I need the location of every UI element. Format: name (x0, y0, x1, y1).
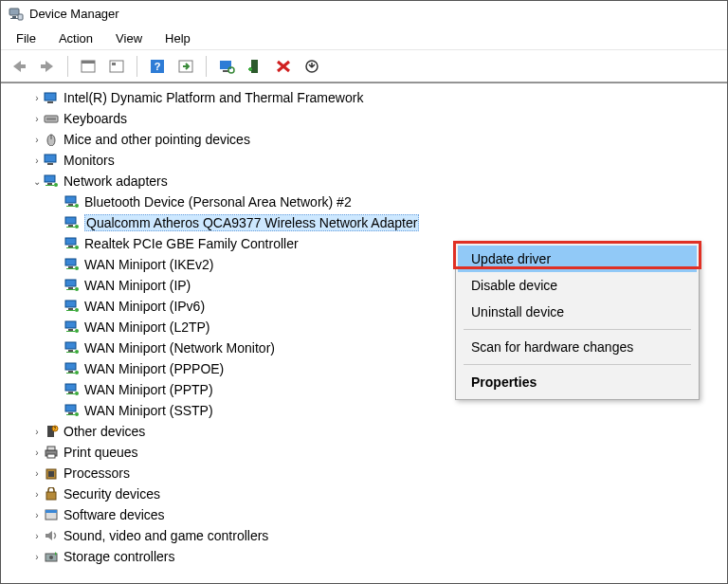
svg-rect-63 (68, 371, 73, 373)
tree-node[interactable]: ›Sound, video and game controllers (1, 525, 727, 546)
tree-node[interactable]: ›?Other devices (1, 421, 727, 442)
tree-node-label: Monitors (64, 153, 115, 168)
svg-rect-32 (66, 206, 75, 207)
back-button[interactable] (7, 54, 31, 79)
tree-node[interactable]: ›Security devices (1, 484, 727, 504)
context-menu-separator (464, 364, 691, 365)
tree-node[interactable]: ›Intel(R) Dynamic Platform and Thermal F… (1, 87, 727, 108)
tree-node[interactable]: ›Storage controllers (1, 546, 727, 567)
cpu-icon (43, 465, 60, 481)
svg-point-57 (75, 329, 79, 333)
svg-rect-40 (66, 247, 75, 248)
svg-point-61 (75, 350, 79, 354)
svg-rect-7 (82, 61, 95, 64)
svg-rect-26 (45, 175, 55, 182)
tree-node[interactable]: ⌄Network adapters (1, 171, 727, 192)
svg-point-49 (75, 287, 79, 291)
tree-node[interactable]: ›Mice and other pointing devices (1, 129, 727, 150)
expand-icon[interactable]: › (31, 510, 43, 520)
tree-node[interactable]: ›Software devices (1, 504, 727, 525)
svg-rect-28 (46, 185, 54, 186)
tree-node[interactable]: Bluetooth Device (Personal Area Network)… (1, 192, 727, 212)
svg-point-37 (75, 225, 79, 228)
tree-node[interactable]: ›Keyboards (1, 108, 727, 129)
menu-view[interactable]: View (104, 29, 154, 47)
svg-rect-48 (66, 289, 75, 290)
svg-rect-79 (47, 454, 55, 458)
svg-rect-70 (65, 405, 76, 411)
forward-button[interactable] (35, 54, 60, 79)
svg-rect-55 (68, 329, 73, 331)
svg-rect-39 (68, 246, 73, 247)
properties-button[interactable] (104, 54, 129, 79)
context-menu-item[interactable]: Properties (458, 369, 697, 395)
svg-point-69 (75, 392, 79, 395)
expand-icon[interactable]: › (31, 552, 43, 562)
tree-node-label: WAN Miniport (Network Monitor) (84, 340, 275, 356)
network-icon (64, 236, 81, 251)
expand-icon[interactable]: › (31, 155, 43, 166)
add-legacy-button[interactable] (243, 54, 267, 79)
other-icon: ? (43, 424, 60, 439)
expand-icon[interactable]: › (31, 427, 43, 437)
show-hidden-button[interactable] (76, 54, 100, 79)
network-icon (64, 215, 81, 230)
help-button[interactable]: ? (145, 54, 170, 79)
svg-text:?: ? (54, 426, 57, 431)
tree-node[interactable]: ›Monitors (1, 150, 727, 171)
menu-file[interactable]: File (5, 29, 47, 47)
tree-node[interactable]: ›Print queues (1, 442, 727, 463)
network-icon (64, 403, 81, 418)
security-icon (43, 486, 60, 502)
scan-hardware-button[interactable] (214, 54, 239, 79)
svg-rect-9 (112, 63, 116, 65)
svg-point-33 (75, 204, 79, 208)
tree-node-label: Qualcomm Atheros QCA9377 Wireless Networ… (84, 214, 419, 231)
tree-node-label: Keyboards (64, 111, 127, 126)
expand-icon[interactable]: › (31, 114, 43, 124)
svg-rect-82 (46, 492, 56, 500)
update-driver-button[interactable] (300, 54, 324, 79)
device-manager-icon (9, 7, 24, 22)
collapse-icon[interactable]: ⌄ (31, 176, 43, 187)
svg-point-41 (75, 246, 79, 249)
svg-rect-66 (65, 384, 76, 391)
uninstall-button[interactable] (271, 54, 296, 79)
tree-node-label: Mice and other pointing devices (64, 132, 250, 147)
tree-node[interactable]: ›Processors (1, 463, 727, 484)
expand-icon[interactable]: › (31, 93, 43, 103)
network-icon (64, 257, 81, 272)
expand-icon[interactable]: › (31, 468, 43, 479)
tree-node-label: Sound, video and game controllers (64, 528, 268, 543)
svg-point-53 (75, 308, 79, 312)
context-menu-separator (464, 329, 691, 330)
context-menu-item[interactable]: Scan for hardware changes (458, 334, 697, 360)
svg-rect-18 (45, 93, 56, 100)
svg-rect-46 (65, 280, 76, 286)
svg-rect-50 (65, 301, 76, 307)
menu-help[interactable]: Help (154, 29, 202, 47)
menu-action[interactable]: Action (47, 29, 104, 47)
printer-icon (43, 445, 60, 460)
svg-rect-84 (46, 510, 57, 513)
context-menu-item[interactable]: Uninstall device (458, 299, 697, 325)
toolbar-separator (67, 56, 68, 77)
tree-node[interactable]: Qualcomm Atheros QCA9377 Wireless Networ… (1, 212, 727, 233)
svg-rect-14 (223, 70, 228, 72)
tree-node[interactable]: WAN Miniport (SSTP) (1, 400, 727, 421)
network-icon (64, 194, 81, 210)
context-menu-item[interactable]: Disable device (458, 272, 697, 299)
network-icon (64, 382, 81, 397)
expand-icon[interactable]: › (31, 489, 43, 500)
expand-icon[interactable]: › (31, 531, 43, 541)
tree-node-label: Realtek PCIe GBE Family Controller (84, 236, 299, 251)
tree-node-label: WAN Miniport (PPTP) (84, 382, 213, 397)
tree-node-label: WAN Miniport (L2TP) (84, 319, 210, 335)
expand-icon[interactable]: › (31, 447, 43, 458)
expand-icon[interactable]: › (31, 135, 43, 145)
tree-node-label: Intel(R) Dynamic Platform and Thermal Fr… (64, 90, 363, 105)
context-menu-item[interactable]: Update driver (458, 246, 697, 272)
svg-rect-71 (68, 412, 73, 414)
svg-rect-25 (47, 163, 53, 165)
action-button[interactable] (173, 54, 198, 79)
